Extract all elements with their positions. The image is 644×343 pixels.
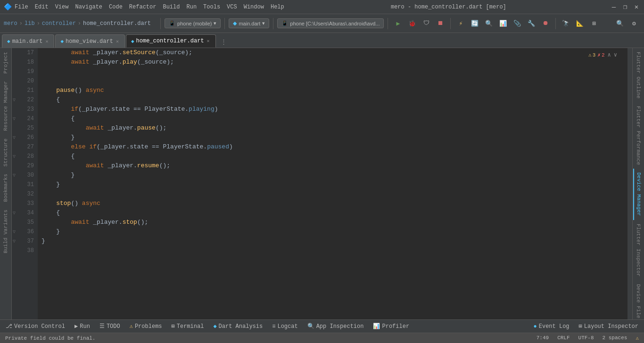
fold-icon-34[interactable]: ▽ [13,210,16,216]
menu-code[interactable]: Code [106,3,125,11]
menu-file[interactable]: File [12,3,31,11]
search-everywhere-button[interactable]: 🔍 [614,17,626,30]
status-warnings[interactable]: ⚠ [634,335,640,342]
tab-main-dart[interactable]: ◆ main.dart ✕ [2,34,54,48]
dart-analysis-button[interactable]: ◆ Dart Analysis [211,322,264,331]
logcat-icon: ≡ [272,323,275,330]
debug-button[interactable]: 🐞 [406,17,418,30]
warning-icon: ⚠ [588,52,592,58]
code-line-34: { [41,208,627,218]
app-inspection-button[interactable]: 🔍 App Inspection [305,322,366,331]
menu-window[interactable]: Window [241,3,267,11]
fold-icon-24[interactable]: ▽ [13,116,16,122]
version-control-button[interactable]: ⎇ Version Control [4,322,67,331]
fold-icon-30[interactable]: ▽ [13,172,16,178]
code-line-22: { [41,95,627,105]
flutter-widget-button[interactable]: 🔧 [525,17,537,30]
warning-count-badge[interactable]: ⚠ 3 [588,52,595,58]
more-toggle-button[interactable]: ⊞ [588,17,600,30]
run-coverage-button[interactable]: 🛡 [420,17,432,30]
sidebar-item-device-manager[interactable]: Device Manager [633,169,644,220]
menu-view[interactable]: View [52,3,72,11]
sidebar-item-bookmarks[interactable]: Bookmarks [1,170,10,205]
breadcrumb-lib[interactable]: lib [25,20,35,27]
dart-file-selector-button[interactable]: ◆ main.dart ▾ [229,18,269,28]
fold-icon-28[interactable]: ▽ [13,154,16,159]
sidebar-item-flutter-performance[interactable]: Flutter Performance [634,102,643,169]
profiler-button[interactable]: 📊 Profiler [371,322,411,331]
menu-help[interactable]: Help [268,3,287,11]
sidebar-item-structure[interactable]: Structure [1,135,10,170]
error-count-badge[interactable]: ✗ 2 [597,52,604,58]
status-line-col[interactable]: 7:49 [535,335,550,342]
fold-icon-22[interactable]: ▽ [13,97,16,103]
menu-run[interactable]: Run [183,3,199,11]
event-log-button[interactable]: ● Event Log [532,322,571,331]
breadcrumb-file[interactable]: home_controller.dart [83,20,151,27]
sidebar-item-flutter-inspector[interactable]: Flutter Inspector [634,220,643,280]
breadcrumb: mero › lib › controller › home_controlle… [4,20,151,27]
device-selector-button[interactable]: 📱 phone (mobile) ▾ [165,18,221,28]
flutter-inspector-button[interactable]: 🔍 [483,17,495,30]
breadcrumb-controller[interactable]: controller [42,20,76,27]
tab-close-home-view[interactable]: ✕ [115,38,120,45]
code-line-23: if(_player.state == PlayerState.playing) [41,105,627,114]
problems-button[interactable]: ⚠ Problems [128,322,164,331]
tab-home-view-dart[interactable]: ◆ home_view.dart ✕ [55,34,124,48]
terminal-icon: ⊞ [172,323,175,330]
breadcrumb-project[interactable]: mero [4,20,17,27]
sidebar-item-resource-manager[interactable]: Resource Manager [1,77,10,135]
code-content[interactable]: await _player.setSource(_source); await … [38,48,627,319]
line-35: 35 [12,218,38,227]
menu-navigate[interactable]: Navigate [72,3,105,11]
terminal-button[interactable]: ⊞ Terminal [170,322,206,331]
device-path-button[interactable]: 📱 phone [C:\Users\Aburas\.android\avd... [277,18,384,28]
tab-close-home-controller[interactable]: ✕ [206,38,211,44]
fold-icon-37[interactable]: ▽ [13,238,16,244]
fold-icon-26[interactable]: ▽ [13,135,16,140]
maximize-button[interactable]: ❐ [621,3,629,11]
logcat-button[interactable]: ≡ Logcat [270,322,299,331]
fold-icon-36[interactable]: ▽ [13,229,16,235]
status-crlf[interactable]: CRLF [556,335,571,342]
menu-refactor[interactable]: Refactor [126,3,159,11]
run-button[interactable]: ▶ [392,17,404,30]
layout-inspector-button[interactable]: ⊞ Layout Inspector [577,322,640,331]
attach-button[interactable]: 📎 [511,17,523,30]
dart-file-icon-2: ◆ [60,38,64,44]
next-warning-button[interactable]: ∨ [613,51,618,59]
sidebar-item-project[interactable]: Project [1,48,10,77]
tab-home-controller-dart[interactable]: ◆ home_controller.dart ✕ [126,34,216,48]
hot-reload-button[interactable]: ⚡ [454,17,467,30]
status-indent[interactable]: 2 spaces [601,335,629,342]
performance-button[interactable]: 📊 [497,17,509,30]
vcs-icon: ⎇ [6,323,12,330]
stop-session-button[interactable]: ⏺ [539,17,552,30]
line-30: ▽ 30 [12,171,38,180]
vertical-scrollbar[interactable] [627,48,632,319]
code-line-19 [41,67,627,76]
menu-tools[interactable]: Tools [200,3,223,11]
menu-build[interactable]: Build [160,3,182,11]
tab-close-main[interactable]: ✕ [44,38,49,45]
hot-restart-button[interactable]: 🔄 [469,17,481,30]
run-panel-button[interactable]: ▶ Run [73,322,92,331]
tabs-bar: ◆ main.dart ✕ ◆ home_view.dart ✕ ◆ home_… [0,33,644,48]
zoom-button[interactable]: 🔭 [560,17,572,30]
sidebar-item-flutter-outline[interactable]: Flutter Outline [634,48,643,102]
title-bar: 🔷 File Edit View Navigate Code Refactor … [0,0,644,14]
status-charset[interactable]: UTF-8 [577,335,595,342]
tabs-overflow-button[interactable]: ⋮ [219,36,229,48]
baseline-button[interactable]: 📐 [574,17,586,30]
menu-vcs[interactable]: VCS [224,3,240,11]
sidebar-item-device-file-explorer[interactable]: Device File Explorer [634,280,643,319]
app-inspection-icon: 🔍 [307,323,314,330]
prev-warning-button[interactable]: ∧ [607,51,612,59]
minimize-button[interactable]: — [610,3,618,11]
sidebar-item-build-variants[interactable]: Build Variants [1,206,10,257]
settings-button[interactable]: ⚙ [628,17,640,30]
menu-edit[interactable]: Edit [32,3,51,11]
todo-button[interactable]: ☰ TODO [98,322,122,331]
stop-button[interactable]: ⏹ [434,17,446,30]
close-button[interactable]: ✕ [633,3,640,11]
